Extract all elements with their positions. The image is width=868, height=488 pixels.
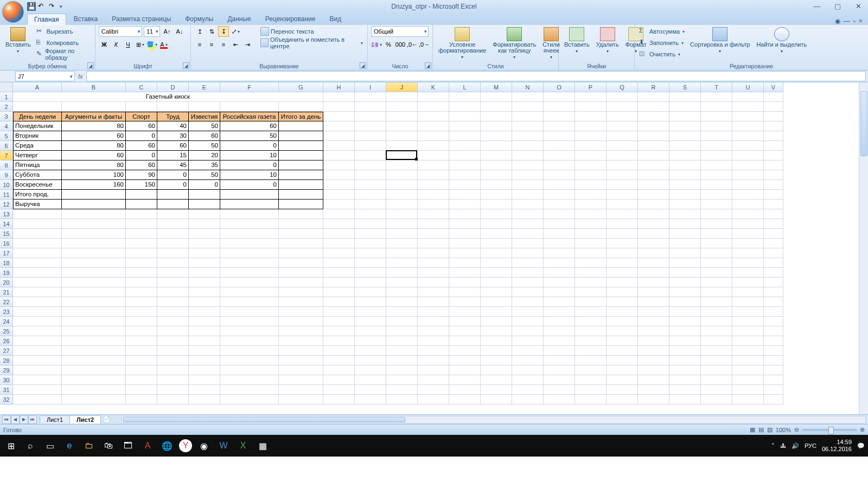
cell[interactable]: 160: [62, 180, 126, 190]
cell[interactable]: [607, 190, 638, 200]
app-icon-2[interactable]: 🌐: [159, 438, 175, 453]
cell[interactable]: [323, 160, 355, 170]
cell[interactable]: [386, 317, 418, 326]
cell[interactable]: [279, 180, 323, 190]
cell[interactable]: [126, 385, 157, 395]
cell[interactable]: [323, 268, 355, 278]
save-icon[interactable]: 💾: [27, 2, 36, 11]
cell[interactable]: [62, 278, 126, 287]
cell[interactable]: [323, 297, 355, 307]
cell[interactable]: [189, 200, 220, 209]
cell[interactable]: [481, 229, 512, 239]
cell[interactable]: [544, 219, 575, 229]
cell[interactable]: [157, 317, 189, 326]
cell[interactable]: [638, 121, 669, 131]
cell[interactable]: [575, 346, 607, 356]
row-header[interactable]: 9: [0, 170, 13, 180]
cell[interactable]: [13, 258, 62, 268]
cell[interactable]: [701, 268, 732, 278]
autosum-button[interactable]: ΣАвтосумма: [638, 26, 686, 37]
cell[interactable]: [575, 102, 607, 112]
cell[interactable]: [220, 307, 279, 317]
cell[interactable]: [418, 307, 449, 317]
cell[interactable]: 0: [157, 180, 189, 190]
cell[interactable]: [638, 258, 669, 268]
cell[interactable]: [764, 248, 783, 258]
ribbon-tab-5[interactable]: Рецензирование: [259, 14, 322, 25]
cell[interactable]: [669, 219, 701, 229]
cell[interactable]: [126, 297, 157, 307]
cell[interactable]: [512, 268, 544, 278]
cell[interactable]: [189, 268, 220, 278]
cell[interactable]: [279, 375, 323, 385]
cell[interactable]: [544, 131, 575, 141]
cell[interactable]: [669, 278, 701, 287]
cell[interactable]: [355, 356, 386, 365]
cell[interactable]: [189, 307, 220, 317]
cell[interactable]: [13, 395, 62, 404]
cell[interactable]: [607, 317, 638, 326]
cell[interactable]: [575, 375, 607, 385]
cell[interactable]: [638, 200, 669, 209]
cell[interactable]: [418, 239, 449, 248]
cell[interactable]: [189, 209, 220, 219]
cell[interactable]: [323, 346, 355, 356]
cell[interactable]: [544, 151, 575, 160]
qat-customize-icon[interactable]: ▾: [60, 4, 62, 9]
col-header[interactable]: R: [638, 82, 669, 92]
app-icon-3[interactable]: ▦: [255, 438, 270, 453]
ribbon-tab-0[interactable]: Главная: [27, 14, 66, 25]
cell[interactable]: [13, 287, 62, 297]
font-size-combo[interactable]: 11: [144, 26, 160, 37]
cell[interactable]: [220, 317, 279, 326]
cell[interactable]: [607, 121, 638, 131]
cell[interactable]: 0: [189, 180, 220, 190]
cell[interactable]: [386, 219, 418, 229]
cell[interactable]: [220, 326, 279, 336]
cell[interactable]: [764, 219, 783, 229]
formula-input[interactable]: [86, 71, 866, 81]
cell[interactable]: [418, 385, 449, 395]
fx-icon[interactable]: fx: [78, 73, 83, 80]
cell[interactable]: [544, 385, 575, 395]
cell[interactable]: [669, 180, 701, 190]
cell[interactable]: [220, 346, 279, 356]
col-header[interactable]: O: [544, 82, 575, 92]
cell[interactable]: [13, 346, 62, 356]
cell[interactable]: [126, 229, 157, 239]
cell[interactable]: [481, 112, 512, 121]
start-button[interactable]: ⊞: [3, 438, 18, 453]
cell[interactable]: [418, 170, 449, 180]
cell[interactable]: Вторник: [13, 131, 62, 141]
row-header[interactable]: 6: [0, 141, 13, 151]
select-all-button[interactable]: [0, 82, 13, 92]
cell[interactable]: [355, 200, 386, 209]
zoom-out-button[interactable]: ⊖: [794, 426, 799, 433]
cell[interactable]: [279, 385, 323, 395]
number-format-combo[interactable]: Общий: [371, 26, 429, 37]
cell[interactable]: [449, 278, 481, 287]
cell[interactable]: [638, 385, 669, 395]
cell[interactable]: [62, 190, 126, 200]
borders-button[interactable]: ⊞: [135, 39, 145, 50]
cell[interactable]: [732, 356, 764, 365]
cell[interactable]: [481, 287, 512, 297]
view-normal-icon[interactable]: ▦: [750, 426, 755, 433]
cell[interactable]: [62, 326, 126, 336]
col-header[interactable]: B: [62, 82, 126, 92]
zoom-in-button[interactable]: ⊕: [860, 426, 865, 433]
cell[interactable]: 50: [189, 170, 220, 180]
cell[interactable]: [607, 287, 638, 297]
cell[interactable]: 45: [157, 160, 189, 170]
cell[interactable]: [544, 121, 575, 131]
cell[interactable]: [323, 307, 355, 317]
cell[interactable]: [220, 385, 279, 395]
cell[interactable]: [355, 326, 386, 336]
cell[interactable]: [62, 385, 126, 395]
cell[interactable]: [638, 160, 669, 170]
sheet-tab[interactable]: Лист2: [69, 415, 101, 423]
cell[interactable]: [279, 268, 323, 278]
cell[interactable]: [449, 239, 481, 248]
cell[interactable]: [669, 385, 701, 395]
cell[interactable]: 0: [220, 160, 279, 170]
